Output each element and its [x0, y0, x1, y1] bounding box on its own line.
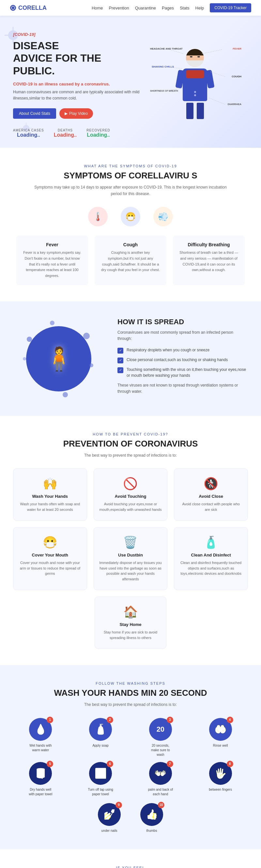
play-button[interactable]: ▶ Play Video [59, 108, 93, 119]
figure-hair [186, 49, 204, 56]
figure-scarf [186, 70, 204, 78]
spread-check-3: ✓ [117, 367, 123, 373]
handwash-step-3: 3 20 20 seconds, make sure to wash [133, 718, 188, 757]
step-number-4: 4 [227, 717, 233, 723]
symptom-icon-cough: 😷 [121, 207, 140, 229]
hero-description: Human coronaviruses are common and are t… [13, 89, 144, 101]
prevention-card-6: 🏠 Stay Home Stay home if you are sick to… [95, 597, 166, 649]
prevention-section: How to be prevent Covid-19? PREVENTION O… [0, 416, 261, 665]
step-label-4: Rinse well [213, 743, 228, 748]
step-number-1: 1 [47, 717, 53, 723]
handwash-step-8: 8 🖐 between fingers [193, 762, 248, 797]
prevention-grid: 🙌 Wash Your Hands Wash your hands often … [13, 468, 248, 590]
spread-content: HOW IT IS SPREAD Coronaviruses are most … [117, 318, 248, 400]
nav-home[interactable]: Home [92, 5, 103, 10]
cover-mouth-title: Cover Your Mouth [18, 553, 82, 557]
step-label-3: 20 seconds, make sure to wash [147, 743, 174, 757]
stats-button[interactable]: About Covid Stats [13, 108, 56, 119]
stay-home-title: Stay Home [100, 622, 161, 627]
spread-note: These viruses are not known to spread th… [117, 382, 248, 395]
symptom-card-breathing: Difficulty Breathing Shortness of breath… [173, 236, 245, 285]
step-icon-3: 20 [156, 725, 165, 734]
svg-point-22 [50, 321, 55, 325]
handwash-steps-grid: 1 💧 Wet hands with warm water 2 🧴 Apply … [13, 718, 248, 797]
figure-body [183, 68, 207, 101]
nav-quarantine[interactable]: Quarantine [135, 5, 156, 10]
navbar: CORELLA Home Prevention Quarantine Pages… [0, 0, 261, 16]
symptoms-desc: Symptoms may take up to 14 days to appea… [33, 184, 228, 197]
breathing-icon: 💨 [153, 207, 173, 226]
step-number-9: 9 [115, 802, 122, 808]
stat-recovered-label: RECOVERED [86, 128, 110, 132]
step-circle-9: 9 💅 [98, 803, 121, 826]
label-shortness: SHORTNESS OF BREATH [150, 90, 178, 92]
handwash-step-4: 4 🤲 Rinse well [193, 718, 248, 757]
cover-mouth-desc: Cover your mouth and nose with your arm … [18, 560, 82, 577]
logo: CORELLA [10, 5, 47, 11]
symptom-fever-desc: Fever is a key symptom,experts say. Don'… [23, 250, 82, 279]
cta-button[interactable]: COVID-19 Tracker [210, 3, 251, 12]
step-circle-1: 1 💧 [29, 718, 52, 741]
handwash-tag: Follow the washing steps [13, 681, 248, 685]
svg-point-2 [8, 30, 18, 40]
spread-item-2: ✓ Close personal contact,such as touchin… [117, 357, 248, 363]
wash-hands-desc: Wash your hands often with soap and wate… [18, 501, 82, 512]
symptoms-if-section: If you feel HAVE SYMPTOMS OF COVID-19 If… [0, 849, 261, 868]
step-number-8: 8 [227, 761, 233, 767]
symptoms-tag: What are the Symptoms of COVID-19 [13, 164, 248, 168]
dustbin-icon: 🗑️ [99, 536, 163, 549]
figure-head [186, 49, 204, 67]
spread-check-2: ✓ [117, 358, 123, 363]
prevention-card-3: 😷 Cover Your Mouth Cover your mouth and … [13, 527, 87, 590]
nav-pages[interactable]: Pages [162, 5, 174, 10]
stat-recovered-value: Loading [86, 132, 110, 138]
nav-stats[interactable]: Stats [180, 5, 190, 10]
avoid-touching-title: Avoid Touching [99, 494, 163, 499]
hero-content: [COVID-19] DISEASEADVICE FOR THE PUBLIC.… [13, 32, 144, 138]
svg-line-15 [210, 72, 225, 76]
stat-deaths-label: DEATHS [54, 128, 77, 132]
cover-mouth-icon: 😷 [18, 536, 82, 549]
label-headache-throat: HEADACHE AND THROAT [150, 47, 183, 50]
spread-item-3: ✓ Touching something with the virus on i… [117, 367, 248, 378]
hero-tag: [COVID-19] [13, 32, 144, 37]
spread-list: ✓ Respiratory droplets when you cough or… [117, 347, 248, 378]
prevention-card-0: 🙌 Wash Your Hands Wash your hands often … [13, 468, 87, 521]
symptoms-icons-row: 🌡️ 😷 💨 [13, 207, 248, 229]
figure-mask [186, 60, 204, 67]
step-circle-10: 10 👍 [140, 803, 163, 826]
nav-prevention[interactable]: Prevention [109, 5, 129, 10]
step-label-7: palm and back of each hand [147, 787, 174, 797]
step-circle-7: 7 👐 [149, 762, 172, 785]
symptoms-title: SYMPTOMS OF CORELLAVIRU S [13, 170, 248, 181]
step-label-2: Apply soap [92, 743, 108, 748]
avoid-touching-icon: 🚫 [99, 477, 163, 491]
spread-circle-wrap: 🧍 [20, 320, 98, 398]
step-circle-5: 5 🧻 [29, 762, 52, 785]
label-fever: FEVER [233, 47, 241, 50]
step-number-2: 2 [107, 717, 113, 723]
hero-title: DISEASEADVICE FOR THE PUBLIC. [13, 39, 144, 77]
prevention-tag: How to be prevent Covid-19? [13, 432, 248, 436]
symptom-figure: HEADACHE AND THROAT FEVER SHAKING CHILLS… [150, 42, 241, 127]
spread-item-1: ✓ Respiratory droplets when you cough or… [117, 347, 248, 353]
symptoms-section: What are the Symptoms of COVID-19 SYMPTO… [0, 148, 261, 302]
nav-help[interactable]: Help [196, 5, 204, 10]
symptom-card-cough: Cough Coughing is another key symptom,bu… [95, 236, 166, 285]
virus-deco-2 [20, 122, 33, 135]
wash-hands-title: Wash Your Hands [18, 494, 82, 499]
svg-point-23 [63, 392, 68, 397]
step-number-5: 5 [47, 761, 53, 767]
fever-icon: 🌡️ [88, 207, 108, 226]
disinfect-icon: 🧴 [179, 536, 243, 549]
dustbin-title: Use Dustbin [99, 553, 163, 557]
step-number-3: 3 [167, 717, 173, 723]
symptom-cough-desc: Coughing is another key symptom,but it's… [101, 250, 160, 273]
step-circle-8: 8 🖐 [209, 762, 232, 785]
step-label-1: Wet hands with warm water [27, 743, 54, 752]
prevention-card-5: 🧴 Clean And Disinfect Clean and disinfec… [174, 527, 248, 590]
svg-point-7 [23, 125, 29, 131]
spread-illustration: 🧍 [13, 320, 105, 398]
stat-deaths-value: Loading [54, 132, 77, 138]
step-label-8: between fingers [209, 787, 232, 792]
